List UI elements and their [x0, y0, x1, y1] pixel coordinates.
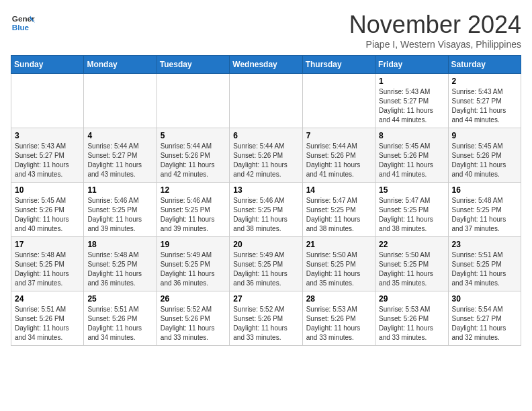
calendar-day-cell: 22 Sunrise: 5:50 AMSunset: 5:25 PMDaylig…: [375, 237, 448, 291]
day-number: 30: [452, 294, 517, 304]
day-info: Sunrise: 5:45 AMSunset: 5:26 PMDaylight:…: [452, 142, 506, 178]
calendar-day-cell: 17 Sunrise: 5:48 AMSunset: 5:25 PMDaylig…: [11, 237, 84, 291]
day-info: Sunrise: 5:44 AMSunset: 5:27 PMDaylight:…: [87, 142, 142, 178]
location: Piape I, Western Visayas, Philippines: [349, 39, 521, 50]
day-number: 13: [233, 185, 298, 195]
calendar-day-cell: 21 Sunrise: 5:50 AMSunset: 5:25 PMDaylig…: [302, 237, 375, 291]
calendar-day-cell: [302, 74, 375, 128]
day-number: 12: [161, 185, 226, 195]
weekday-header: Thursday: [302, 56, 375, 74]
calendar-day-cell: [11, 74, 84, 128]
calendar-week-row: 3 Sunrise: 5:43 AMSunset: 5:27 PMDayligh…: [11, 128, 521, 183]
day-number: 9: [452, 131, 517, 140]
calendar-week-row: 24 Sunrise: 5:51 AMSunset: 5:26 PMDaylig…: [11, 291, 521, 346]
day-number: 4: [87, 131, 152, 140]
day-number: 15: [379, 185, 444, 195]
calendar-day-cell: 6 Sunrise: 5:44 AMSunset: 5:26 PMDayligh…: [230, 128, 302, 183]
day-info: Sunrise: 5:46 AMSunset: 5:25 PMDaylight:…: [161, 197, 215, 232]
day-info: Sunrise: 5:54 AMSunset: 5:27 PMDaylight:…: [452, 306, 506, 341]
calendar-week-row: 17 Sunrise: 5:48 AMSunset: 5:25 PMDaylig…: [11, 237, 521, 291]
svg-text:Blue: Blue: [12, 23, 30, 32]
day-info: Sunrise: 5:49 AMSunset: 5:25 PMDaylight:…: [233, 251, 287, 287]
day-number: 27: [233, 294, 298, 304]
day-info: Sunrise: 5:47 AMSunset: 5:25 PMDaylight:…: [379, 197, 433, 232]
calendar-day-cell: [230, 74, 302, 128]
day-info: Sunrise: 5:52 AMSunset: 5:26 PMDaylight:…: [161, 306, 215, 341]
day-info: Sunrise: 5:52 AMSunset: 5:26 PMDaylight:…: [233, 306, 287, 341]
day-number: 25: [87, 294, 152, 304]
weekday-header: Sunday: [11, 56, 84, 74]
calendar-day-cell: 27 Sunrise: 5:52 AMSunset: 5:26 PMDaylig…: [230, 291, 302, 346]
day-number: 22: [379, 240, 444, 249]
title-block: November 2024 Piape I, Western Visayas, …: [349, 11, 521, 50]
day-info: Sunrise: 5:48 AMSunset: 5:25 PMDaylight:…: [452, 197, 506, 232]
day-info: Sunrise: 5:46 AMSunset: 5:25 PMDaylight:…: [233, 197, 287, 232]
calendar-week-row: 1 Sunrise: 5:43 AMSunset: 5:27 PMDayligh…: [11, 74, 521, 128]
calendar-day-cell: 14 Sunrise: 5:47 AMSunset: 5:25 PMDaylig…: [302, 183, 375, 237]
weekday-header: Monday: [84, 56, 157, 74]
day-number: 5: [161, 131, 226, 140]
day-info: Sunrise: 5:48 AMSunset: 5:25 PMDaylight:…: [87, 251, 142, 287]
day-number: 19: [161, 240, 226, 249]
calendar-day-cell: 24 Sunrise: 5:51 AMSunset: 5:26 PMDaylig…: [11, 291, 84, 346]
calendar-day-cell: 18 Sunrise: 5:48 AMSunset: 5:25 PMDaylig…: [84, 237, 157, 291]
day-info: Sunrise: 5:45 AMSunset: 5:26 PMDaylight:…: [15, 197, 69, 232]
month-title: November 2024: [349, 11, 521, 39]
calendar-day-cell: 30 Sunrise: 5:54 AMSunset: 5:27 PMDaylig…: [448, 291, 521, 346]
calendar-week-row: 10 Sunrise: 5:45 AMSunset: 5:26 PMDaylig…: [11, 183, 521, 237]
day-info: Sunrise: 5:53 AMSunset: 5:26 PMDaylight:…: [306, 306, 361, 341]
calendar-day-cell: [84, 74, 157, 128]
calendar-day-cell: 15 Sunrise: 5:47 AMSunset: 5:25 PMDaylig…: [375, 183, 448, 237]
day-info: Sunrise: 5:43 AMSunset: 5:27 PMDaylight:…: [379, 88, 433, 124]
day-info: Sunrise: 5:50 AMSunset: 5:25 PMDaylight:…: [379, 251, 433, 287]
day-info: Sunrise: 5:51 AMSunset: 5:25 PMDaylight:…: [452, 251, 506, 287]
weekday-header: Saturday: [448, 56, 521, 74]
day-info: Sunrise: 5:44 AMSunset: 5:26 PMDaylight:…: [161, 142, 215, 178]
day-number: 29: [379, 294, 444, 304]
day-info: Sunrise: 5:45 AMSunset: 5:26 PMDaylight:…: [379, 142, 433, 178]
calendar-day-cell: 7 Sunrise: 5:44 AMSunset: 5:26 PMDayligh…: [302, 128, 375, 183]
day-number: 10: [15, 185, 80, 195]
day-number: 20: [233, 240, 298, 249]
day-number: 26: [161, 294, 226, 304]
calendar-day-cell: 26 Sunrise: 5:52 AMSunset: 5:26 PMDaylig…: [157, 291, 229, 346]
calendar-day-cell: 13 Sunrise: 5:46 AMSunset: 5:25 PMDaylig…: [230, 183, 302, 237]
day-info: Sunrise: 5:51 AMSunset: 5:26 PMDaylight:…: [15, 306, 69, 341]
day-number: 23: [452, 240, 517, 249]
calendar-day-cell: 10 Sunrise: 5:45 AMSunset: 5:26 PMDaylig…: [11, 183, 84, 237]
calendar-day-cell: 5 Sunrise: 5:44 AMSunset: 5:26 PMDayligh…: [157, 128, 229, 183]
calendar-day-cell: 3 Sunrise: 5:43 AMSunset: 5:27 PMDayligh…: [11, 128, 84, 183]
day-info: Sunrise: 5:48 AMSunset: 5:25 PMDaylight:…: [15, 251, 69, 287]
day-number: 21: [306, 240, 371, 249]
calendar-day-cell: 25 Sunrise: 5:51 AMSunset: 5:26 PMDaylig…: [84, 291, 157, 346]
day-number: 1: [379, 77, 444, 86]
weekday-header: Wednesday: [230, 56, 302, 74]
calendar-day-cell: 9 Sunrise: 5:45 AMSunset: 5:26 PMDayligh…: [448, 128, 521, 183]
calendar-day-cell: 2 Sunrise: 5:43 AMSunset: 5:27 PMDayligh…: [448, 74, 521, 128]
calendar-day-cell: 4 Sunrise: 5:44 AMSunset: 5:27 PMDayligh…: [84, 128, 157, 183]
calendar-day-cell: [157, 74, 229, 128]
weekday-header: Friday: [375, 56, 448, 74]
day-number: 11: [87, 185, 152, 195]
day-info: Sunrise: 5:50 AMSunset: 5:25 PMDaylight:…: [306, 251, 361, 287]
calendar-header-row: SundayMondayTuesdayWednesdayThursdayFrid…: [11, 56, 521, 74]
day-number: 18: [87, 240, 152, 249]
day-info: Sunrise: 5:46 AMSunset: 5:25 PMDaylight:…: [87, 197, 142, 232]
day-number: 14: [306, 185, 371, 195]
weekday-header: Tuesday: [157, 56, 229, 74]
day-number: 2: [452, 77, 517, 86]
calendar-day-cell: 8 Sunrise: 5:45 AMSunset: 5:26 PMDayligh…: [375, 128, 448, 183]
calendar-day-cell: 16 Sunrise: 5:48 AMSunset: 5:25 PMDaylig…: [448, 183, 521, 237]
day-number: 3: [15, 131, 80, 140]
calendar-day-cell: 1 Sunrise: 5:43 AMSunset: 5:27 PMDayligh…: [375, 74, 448, 128]
day-number: 17: [15, 240, 80, 249]
calendar-day-cell: 23 Sunrise: 5:51 AMSunset: 5:25 PMDaylig…: [448, 237, 521, 291]
calendar-day-cell: 28 Sunrise: 5:53 AMSunset: 5:26 PMDaylig…: [302, 291, 375, 346]
day-info: Sunrise: 5:47 AMSunset: 5:25 PMDaylight:…: [306, 197, 361, 232]
logo: General Blue: [11, 11, 35, 35]
logo-icon: General Blue: [11, 11, 35, 35]
calendar-day-cell: 19 Sunrise: 5:49 AMSunset: 5:25 PMDaylig…: [157, 237, 229, 291]
calendar-day-cell: 11 Sunrise: 5:46 AMSunset: 5:25 PMDaylig…: [84, 183, 157, 237]
day-info: Sunrise: 5:43 AMSunset: 5:27 PMDaylight:…: [15, 142, 69, 178]
calendar-day-cell: 12 Sunrise: 5:46 AMSunset: 5:25 PMDaylig…: [157, 183, 229, 237]
